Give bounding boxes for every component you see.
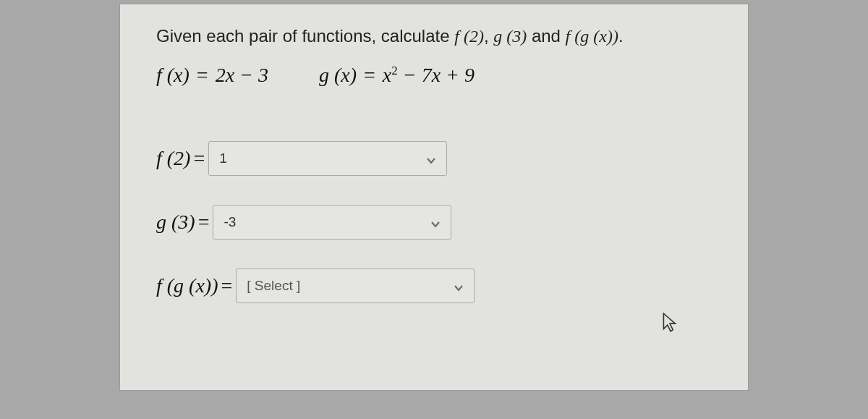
label-f2-eq: =	[193, 147, 205, 169]
g-rhs-sup: 2	[391, 64, 398, 77]
label-fgx: f (g (x))=	[156, 274, 234, 297]
g-lhs: g (x)	[319, 64, 357, 86]
label-fgx-eq: =	[221, 274, 233, 297]
g-definition: g (x) = x2 − 7x + 9	[319, 64, 475, 87]
select-f2[interactable]: 1	[208, 141, 447, 176]
instruction-fgx: f (g (x))	[566, 27, 618, 46]
chevron-down-icon	[454, 281, 464, 291]
cursor-icon	[660, 312, 679, 334]
g-rhs-b: − 7x + 9	[398, 64, 475, 86]
instruction-text: Given each pair of functions, calculate …	[156, 26, 712, 46]
instruction-g3: g (3)	[493, 27, 527, 46]
f-definition: f (x) = 2x − 3	[156, 64, 268, 87]
select-g3[interactable]: -3	[213, 205, 451, 240]
select-g3-value: -3	[224, 214, 236, 230]
answer-row-g3: g (3)= -3	[156, 205, 712, 240]
select-fgx[interactable]: [ Select ]	[236, 268, 475, 303]
label-g3-eq: =	[198, 211, 210, 233]
function-definitions: f (x) = 2x − 3 g (x) = x2 − 7x + 9	[156, 64, 712, 87]
answer-row-f2: f (2)= 1	[156, 141, 712, 176]
f-rhs: 2x − 3	[216, 64, 268, 86]
f-eq: =	[192, 64, 213, 86]
chevron-down-icon	[430, 217, 441, 227]
instruction-and: and	[527, 26, 565, 46]
select-fgx-value: [ Select ]	[247, 278, 300, 294]
g-eq: =	[359, 64, 380, 86]
instruction-f2: f (2)	[454, 27, 484, 46]
label-f2: f (2)=	[156, 147, 206, 170]
instruction-suffix: .	[618, 26, 624, 46]
g-rhs-a: x	[383, 64, 391, 86]
label-f2-text: f (2)	[156, 147, 190, 169]
instruction-comma1: ,	[484, 26, 493, 46]
f-lhs: f (x)	[156, 64, 190, 86]
chevron-down-icon	[426, 153, 436, 164]
question-container: Given each pair of functions, calculate …	[119, 4, 749, 391]
label-g3-text: g (3)	[156, 211, 195, 233]
instruction-prefix: Given each pair of functions, calculate	[156, 26, 454, 46]
answer-row-fgx: f (g (x))= [ Select ]	[156, 268, 712, 303]
label-fgx-text: f (g (x))	[156, 274, 218, 297]
select-f2-value: 1	[219, 151, 227, 166]
label-g3: g (3)=	[156, 211, 210, 234]
